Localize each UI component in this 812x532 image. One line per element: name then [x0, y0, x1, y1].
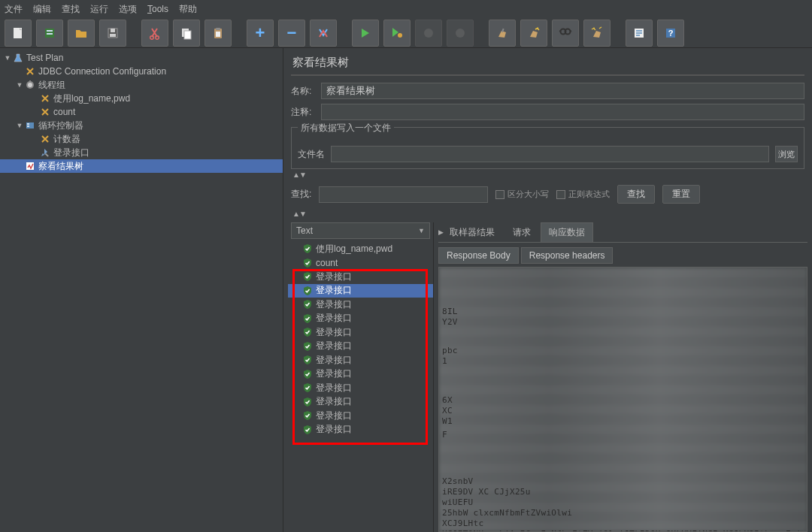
result-item[interactable]: 登录接口	[288, 367, 433, 382]
svg-point-15	[424, 29, 433, 38]
success-shield-icon	[302, 355, 313, 365]
svg-rect-27	[27, 123, 29, 125]
result-item-label: 使用log_name,pwd	[316, 243, 392, 255]
success-shield-icon	[302, 327, 313, 337]
tb-cut[interactable]	[141, 20, 168, 47]
tb-search[interactable]	[552, 20, 579, 47]
result-item[interactable]: 登录接口	[288, 298, 433, 312]
case-checkbox[interactable]: 区分大小写	[495, 189, 549, 200]
search-label: 查找:	[291, 188, 311, 201]
tb-help[interactable]: ?	[657, 20, 684, 47]
tab-sampler-result[interactable]: 取样器结果	[441, 222, 503, 242]
menu-run[interactable]: 运行	[90, 3, 108, 16]
menubar: 文件 编辑 查找 运行 选项 Tools 帮助	[0, 0, 812, 18]
collapser-1[interactable]: ▲▼	[283, 169, 812, 180]
response-text-fragment: 8IL	[442, 307, 458, 316]
file-input[interactable]	[331, 146, 769, 162]
result-item[interactable]: 登录接口	[288, 353, 433, 367]
result-item[interactable]: 登录接口	[288, 409, 433, 423]
result-item-label: count	[316, 258, 338, 268]
tab-request[interactable]: 请求	[504, 222, 539, 242]
tb-start-no-pause[interactable]	[383, 20, 411, 47]
result-item[interactable]: 登录接口	[288, 312, 433, 326]
tb-add[interactable]: +	[247, 20, 274, 47]
tb-toggle[interactable]	[310, 20, 337, 47]
svg-text:?: ?	[668, 29, 674, 38]
result-item[interactable]: 登录接口	[288, 325, 433, 340]
success-shield-icon	[302, 271, 313, 282]
result-item-label: 登录接口	[316, 354, 352, 367]
tree-threadgroup[interactable]: ▼ 线程组	[0, 78, 283, 92]
menu-help[interactable]: 帮助	[179, 3, 197, 16]
tree-loop[interactable]: ▼ 循环控制器	[0, 119, 283, 132]
tb-save[interactable]	[99, 20, 126, 47]
tb-open[interactable]	[68, 20, 95, 47]
result-item[interactable]: 登录接口	[288, 284, 433, 298]
search-button[interactable]: 查找	[617, 185, 655, 204]
tree-csv[interactable]: 使用log_name,pwd	[0, 92, 283, 105]
search-input[interactable]	[319, 186, 488, 203]
config-x-icon	[24, 65, 36, 77]
result-item[interactable]: 使用log_name,pwd	[288, 242, 433, 256]
tree-jdbc[interactable]: JDBC Connection Configuration	[0, 65, 283, 78]
result-item[interactable]: 登录接口	[288, 270, 433, 284]
menu-options[interactable]: 选项	[119, 3, 137, 16]
tree-csv-label: 使用log_name,pwd	[53, 92, 130, 105]
name-input[interactable]	[321, 83, 804, 99]
tree-blurred-item	[0, 173, 283, 186]
tb-function[interactable]	[626, 20, 653, 47]
regex-checkbox[interactable]: 正则表达式	[556, 189, 610, 200]
result-item[interactable]: count	[288, 256, 433, 271]
result-item-label: 登录接口	[316, 367, 352, 380]
tree-login-label: 登录接口	[53, 147, 89, 159]
tb-new[interactable]	[5, 20, 32, 47]
result-item-label: 登录接口	[316, 284, 352, 297]
tree-count[interactable]: count	[0, 105, 283, 119]
comment-input[interactable]	[321, 104, 804, 120]
tb-remove[interactable]: −	[278, 20, 305, 47]
renderer-dropdown[interactable]: Text ▼	[291, 222, 430, 239]
tb-copy[interactable]	[173, 20, 200, 47]
tb-reset-search[interactable]	[583, 20, 611, 47]
menu-file[interactable]: 文件	[5, 3, 23, 16]
response-body-textarea[interactable]: 8ILY2Vpbc16XXCW1FX2snbViRE9DV XC CJjX25u…	[438, 267, 807, 532]
response-text-fragment: W1	[442, 416, 453, 426]
tab-response-data[interactable]: 响应数据	[541, 222, 593, 242]
menu-search[interactable]: 查找	[62, 3, 80, 16]
test-plan-tree[interactable]: ▼ Test Plan JDBC Connection Configuratio…	[0, 48, 283, 532]
svg-rect-5	[111, 29, 115, 32]
response-text-fragment: F	[442, 430, 447, 440]
menu-edit[interactable]: 编辑	[33, 3, 51, 16]
write-file-legend: 所有数据写入一个文件	[298, 122, 394, 135]
success-shield-icon	[302, 369, 313, 379]
tab-response-headers[interactable]: Response headers	[521, 247, 614, 264]
tb-stop[interactable]	[415, 20, 442, 47]
svg-rect-25	[29, 80, 31, 83]
results-list[interactable]: 使用log_name,pwdcount登录接口登录接口登录接口登录接口登录接口登…	[288, 242, 433, 532]
tree-counter[interactable]: 计数器	[0, 132, 283, 146]
menu-tools[interactable]: Tools	[147, 4, 168, 14]
tree-view-results[interactable]: 察看结果树	[0, 159, 283, 173]
divider	[291, 74, 804, 76]
tb-paste[interactable]	[205, 20, 232, 47]
tree-root[interactable]: ▼ Test Plan	[0, 51, 283, 65]
result-item[interactable]: 登录接口	[288, 340, 433, 354]
success-shield-icon	[302, 286, 313, 296]
config-x-icon	[39, 133, 51, 145]
tab-response-body[interactable]: Response Body	[438, 247, 519, 264]
controller-icon	[24, 119, 36, 131]
tree-login[interactable]: 登录接口	[0, 146, 283, 159]
result-item[interactable]: 登录接口	[288, 381, 433, 395]
result-item-label: 登录接口	[316, 271, 352, 283]
tb-start[interactable]	[352, 20, 379, 47]
svg-rect-12	[216, 28, 220, 30]
reset-button[interactable]: 重置	[662, 185, 700, 204]
tb-templates[interactable]	[36, 20, 63, 47]
collapser-2[interactable]: ▲▼	[283, 208, 812, 219]
result-item[interactable]: 登录接口	[288, 395, 433, 410]
tb-shutdown[interactable]	[447, 20, 474, 47]
result-item[interactable]: 登录接口	[288, 423, 433, 437]
tb-clear-all[interactable]	[520, 20, 547, 47]
browse-button[interactable]: 浏览	[775, 146, 798, 162]
tb-clear[interactable]	[489, 20, 516, 47]
